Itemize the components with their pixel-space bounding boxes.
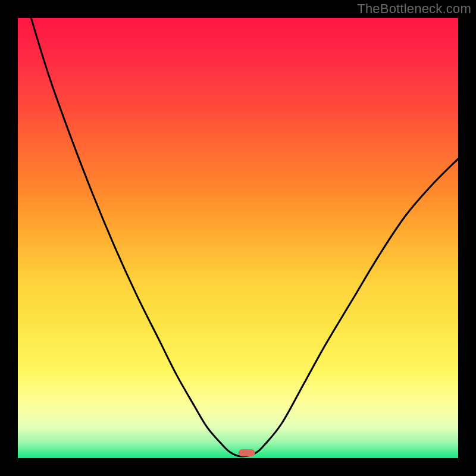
chart-frame: TheBottleneck.com	[0, 0, 476, 476]
curve-layer	[18, 18, 458, 458]
bottleneck-curve	[31, 18, 458, 456]
watermark-text: TheBottleneck.com	[357, 1, 471, 17]
optimum-marker	[239, 449, 255, 456]
plot-area	[18, 18, 458, 458]
